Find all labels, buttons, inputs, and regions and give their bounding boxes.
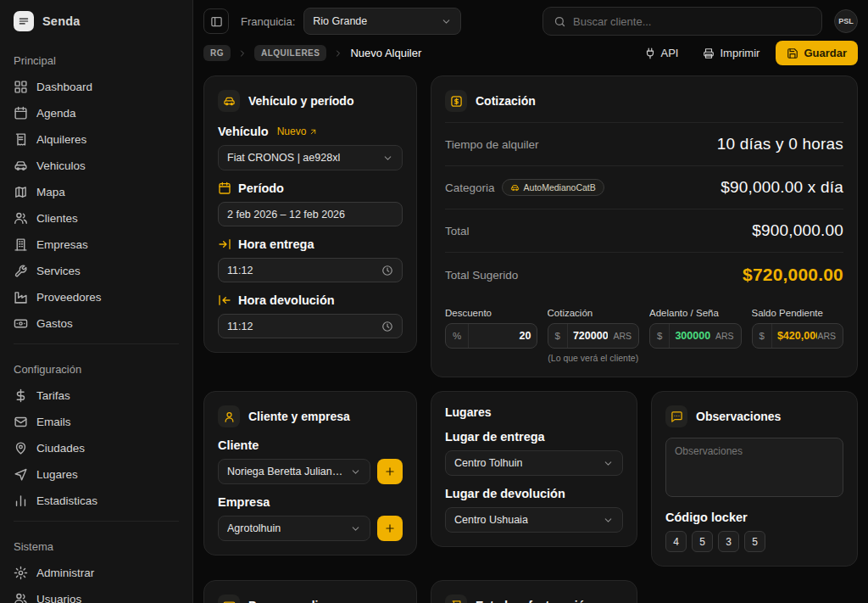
notes-textarea[interactable] (665, 438, 843, 497)
company-select[interactable]: Agrotolhuin (218, 516, 370, 541)
locker-digit-input[interactable]: 5 (744, 531, 765, 552)
return-time-label: Hora devolución (238, 293, 335, 307)
sidebar-item-services[interactable]: Services (0, 258, 192, 284)
balance-field: Saldo Pendiente $ $420,000.00 ARS (752, 308, 844, 363)
chevron-down-icon (350, 523, 361, 534)
period-input[interactable] (218, 202, 403, 226)
locker-code-label: Código locker (665, 511, 748, 524)
period-subhead: Período (218, 181, 403, 195)
chevron-down-icon (441, 16, 452, 27)
quote-amount-input-field[interactable] (568, 330, 614, 342)
chevron-down-icon (350, 466, 361, 477)
sidebar-item-clientes[interactable]: Clientes (0, 205, 192, 232)
sidebar-item-alquileres[interactable]: Alquileres (0, 126, 192, 153)
quote-amount-label: Cotización (548, 308, 640, 318)
sidebar-item-gastos[interactable]: Gastos (0, 310, 192, 337)
advance-input-field[interactable] (670, 330, 715, 342)
building-icon (14, 237, 28, 252)
payment-card: Pago y medio (203, 580, 417, 603)
return-place-label: Lugar de devolución (445, 487, 565, 500)
sidebar-item-empresas[interactable]: Empresas (0, 232, 192, 258)
sidebar-item-ciudades[interactable]: Ciudades (0, 435, 192, 461)
return-time-field[interactable] (227, 321, 375, 332)
return-place-select[interactable]: Centro Ushuaia (445, 507, 623, 533)
banknote-icon (14, 316, 28, 331)
franchise-select[interactable]: Rio Grande (303, 8, 461, 35)
grid-icon (14, 80, 28, 94)
calendar-icon (14, 106, 28, 120)
return-time-input[interactable] (218, 314, 403, 338)
currency-suffix: ARS (613, 331, 638, 341)
sidebar-item-dashboard[interactable]: Dashboard (0, 74, 192, 100)
new-vehicle-link[interactable]: Nuevo (277, 126, 319, 137)
balance-value: $420,000.00 (772, 330, 818, 342)
locker-digit-input[interactable]: 4 (665, 531, 687, 552)
chevron-right-icon (237, 48, 248, 59)
api-button[interactable]: API (636, 42, 687, 64)
discount-label: Descuento (445, 308, 537, 318)
dollar-square-icon (445, 90, 467, 112)
quote-amount-input[interactable]: $ ARS (548, 323, 640, 349)
clock-icon (381, 321, 393, 332)
sidebar-item-label: Dashboard (36, 81, 92, 93)
breadcrumb-current: Nuevo Alquiler (350, 47, 421, 59)
factory-icon (14, 290, 28, 304)
sidebar-divider (14, 521, 179, 522)
status-card-title: Estado y facturación (476, 599, 593, 603)
pickup-place-subhead: Lugar de entrega (445, 430, 623, 444)
sidebar-item-proveedores[interactable]: Proveedores (0, 284, 192, 310)
sidebar-item-mapa[interactable]: Mapa (0, 179, 192, 205)
sidebar-item-estadisticas[interactable]: Estadisticas (0, 488, 192, 514)
locker-digit-input[interactable]: 5 (692, 531, 713, 552)
sidebar-divider (14, 343, 179, 344)
sidebar-toggle-button[interactable] (203, 8, 229, 34)
advance-input[interactable]: $ ARS (649, 323, 742, 349)
print-button[interactable]: Imprimir (693, 41, 769, 65)
status-card: Estado y facturación (431, 580, 637, 603)
locker-digit-input[interactable]: 3 (718, 531, 739, 552)
pickup-time-field[interactable] (227, 265, 375, 276)
discount-input[interactable]: % (445, 323, 537, 349)
search-input[interactable] (573, 15, 811, 28)
client-select[interactable]: Noriega Beretta Julian Nicolas (218, 459, 370, 484)
sidebar-item-lugares[interactable]: Lugares (0, 461, 192, 488)
car-icon (218, 90, 240, 112)
main-content: Franquicia: Rio Grande PSL RG ALQUILERES… (193, 0, 868, 603)
client-search[interactable] (542, 7, 822, 36)
balance-input[interactable]: $ $420,000.00 ARS (752, 323, 844, 349)
payment-card-title: Pago y medio (248, 599, 326, 603)
discount-input-field[interactable] (469, 330, 536, 342)
sidebar-item-label: Emails (36, 416, 71, 428)
sidebar-item-tarifas[interactable]: Tarifas (0, 382, 192, 409)
vehicle-period-card: Vehículo y período Vehículo Nuevo Fiat C… (203, 75, 417, 353)
vehicle-select[interactable]: Fiat CRONOS | ae928xl (218, 145, 403, 170)
user-avatar[interactable]: PSL (834, 9, 858, 33)
app-logo[interactable]: Senda (0, 0, 192, 42)
save-button[interactable]: Guardar (776, 41, 858, 65)
sidebar-item-usuarios[interactable]: Usuarios (0, 586, 192, 603)
dollar-prefix: $ (753, 324, 772, 348)
category-label: Categoria (445, 181, 495, 194)
suggested-total-value: $720,000.00 (743, 265, 843, 285)
map-pin-icon (14, 441, 28, 455)
franchise-label: Franquicia: (241, 15, 295, 28)
sidebar-item-administrar[interactable]: Administrar (0, 560, 192, 586)
pickup-time-input[interactable] (218, 258, 403, 282)
category-badge[interactable]: AutoMedianoCatB (502, 179, 604, 196)
breadcrumb-franchise-badge[interactable]: RG (203, 45, 231, 61)
users-icon (14, 592, 28, 603)
sidebar-item-agenda[interactable]: Agenda (0, 100, 192, 126)
arrow-into-bar-icon (218, 237, 231, 251)
add-client-button[interactable] (377, 459, 403, 484)
sidebar-item-vehiculos[interactable]: Vehiculos (0, 153, 192, 179)
add-company-button[interactable] (377, 516, 403, 541)
client-select-value: Noriega Beretta Julian Nicolas (227, 466, 343, 477)
category-label-group: Categoria AutoMedianoCatB (445, 179, 604, 196)
period-input-field[interactable] (227, 209, 393, 221)
plug-icon (644, 47, 656, 59)
sidebar-item-emails[interactable]: Emails (0, 409, 192, 435)
pickup-place-select[interactable]: Centro Tolhuin (445, 450, 623, 476)
breadcrumb-section-badge[interactable]: ALQUILERES (254, 45, 326, 61)
quote-hint: (Lo que verá el cliente) (548, 353, 640, 363)
sidebar-item-label: Estadisticas (36, 494, 97, 507)
